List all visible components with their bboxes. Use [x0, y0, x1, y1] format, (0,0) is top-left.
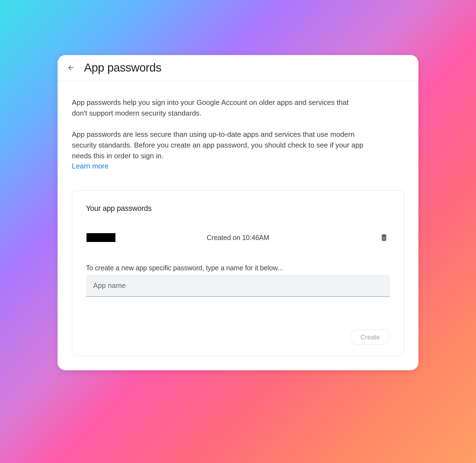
- app-name-input[interactable]: [86, 275, 390, 297]
- delete-password-button[interactable]: [378, 232, 390, 243]
- password-name-redacted: [86, 233, 115, 242]
- app-passwords-panel: Your app passwords Created on 10:46 AM T…: [72, 190, 404, 356]
- password-row: Created on 10:46 AM: [86, 232, 390, 243]
- intro-paragraph-2: App passwords are less secure than using…: [72, 129, 364, 161]
- back-button[interactable]: [65, 62, 76, 73]
- intro-paragraph-1: App passwords help you sign into your Go…: [72, 97, 364, 119]
- arrow-left-icon: [67, 64, 75, 72]
- trash-icon: [380, 233, 388, 242]
- page-title: App passwords: [84, 61, 161, 74]
- password-created-label: Created on 10:46 AM: [207, 234, 269, 242]
- card-header: App passwords: [58, 55, 418, 81]
- app-passwords-card: App passwords App passwords help you sig…: [58, 55, 418, 370]
- create-instruction: To create a new app specific password, t…: [86, 264, 390, 272]
- app-name-input-wrap: [86, 275, 390, 297]
- panel-actions: Create: [86, 330, 390, 345]
- card-body: App passwords help you sign into your Go…: [58, 81, 418, 370]
- panel-title: Your app passwords: [86, 204, 390, 213]
- create-button[interactable]: Create: [350, 330, 390, 345]
- password-row-wrap: Created on 10:46 AM: [86, 232, 390, 243]
- learn-more-link[interactable]: Learn more: [72, 162, 109, 170]
